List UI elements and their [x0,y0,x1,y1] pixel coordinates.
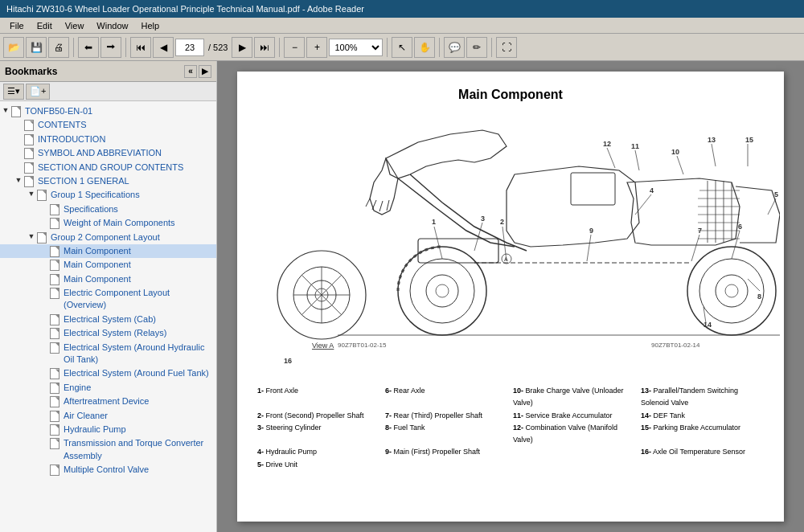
tree-label-electric[interactable]: Electric Component Layout (Overview) [62,287,213,312]
zoom-select[interactable]: 100% 75% 125% 150% Fit Page [329,39,383,56]
svg-line-32 [434,227,442,259]
comment-tool[interactable]: 💬 [444,37,465,58]
menu-help[interactable]: Help [134,19,166,32]
tree-label-group2[interactable]: Group 2 Component Layout [49,231,213,243]
bookmark-list-view[interactable]: ☰▾ [3,84,24,100]
tree-label-engine[interactable]: Engine [62,382,213,394]
tree-label-transmission[interactable]: Transmission and Torque Converter Assemb… [62,437,213,462]
tree-label-elec-relays[interactable]: Electrical System (Relays) [62,327,213,339]
collapse-sidebar-button[interactable]: « [184,65,197,78]
tree-item-elec-hydraulic[interactable]: Electrical System (Around Hydraulic Oil … [0,341,216,367]
doc-icon [50,342,59,354]
svg-text:90Z7BT01-02-14: 90Z7BT01-02-14 [651,342,700,349]
tree-item-weight[interactable]: Weight of Main Components [0,216,216,230]
svg-point-29 [716,275,748,307]
svg-line-48 [587,235,591,261]
next-page-button[interactable]: ▶ [232,37,252,58]
tree-label-contents[interactable]: CONTENTS [36,119,213,131]
legend-text-12: Combination Valve (Manifold Valve) [513,424,617,444]
open-button[interactable]: 📂 [3,37,24,58]
doc-icon [50,218,59,229]
legend-item-2: 2- Front (Second) Propeller Shaft [257,410,380,422]
menu-edit[interactable]: Edit [31,19,59,32]
tree-label-introduction[interactable]: INTRODUCTION [36,133,213,145]
tree-item-tonfb50[interactable]: ▼ TONFB50-EN-01 [0,104,216,118]
bookmark-tree[interactable]: ▼ TONFB50-EN-01 CONTENTS INTRODUCTION [0,101,216,532]
svg-line-44 [691,235,699,261]
menu-window[interactable]: Window [90,19,134,32]
tree-item-specs[interactable]: Specifications [0,203,216,216]
tree-label-tonfb50[interactable]: TONFB50-EN-01 [23,105,213,117]
sidebar: Bookmarks « ▶ ☰▾ 📄+ ▼ TONFB50-EN-01 CONT… [0,61,217,532]
fullscreen-button[interactable]: ⛶ [496,37,517,58]
svg-text:14: 14 [704,321,712,329]
back-button[interactable]: ⬅ [78,37,99,58]
tree-label-hydraulic-pump[interactable]: Hydraulic Pump [62,424,213,436]
tree-item-multiple-control[interactable]: Multiple Control Valve [0,463,216,477]
forward-button[interactable]: ⮕ [100,37,121,58]
tree-label-elec-fuel[interactable]: Electrical System (Around Fuel Tank) [62,367,213,379]
toolbar-sep-5 [439,38,440,57]
tree-item-introduction[interactable]: INTRODUCTION [0,133,216,146]
tree-item-transmission[interactable]: Transmission and Torque Converter Assemb… [0,436,216,463]
tree-item-symbol[interactable]: SYMBOL AND ABBREVIATION [0,146,216,160]
print-button[interactable]: 🖨 [48,37,69,58]
last-page-button[interactable]: ⏭ [254,37,275,58]
zoom-in-button[interactable]: + [306,37,327,58]
svg-text:2: 2 [500,218,504,226]
tree-item-contents[interactable]: CONTENTS [0,118,216,132]
menu-view[interactable]: View [59,19,91,32]
tree-item-main3[interactable]: Main Component [0,272,216,286]
svg-text:9: 9 [589,227,593,235]
hand-tool[interactable]: ✋ [414,37,435,58]
legend-item-12: 12- Combination Valve (Manifold Valve) [513,422,636,447]
bookmark-new[interactable]: 📄+ [26,84,50,100]
tree-item-elec-cab[interactable]: Electrical System (Cab) [0,313,216,326]
tree-item-elec-relays[interactable]: Electrical System (Relays) [0,326,216,340]
tree-item-main1[interactable]: Main Component [0,244,216,258]
tree-item-aftertreatment[interactable]: Aftertreatment Device [0,395,216,408]
tree-label-specs[interactable]: Specifications [62,203,213,215]
tree-label-air-cleaner[interactable]: Air Cleaner [62,410,213,422]
tree-item-engine[interactable]: Engine [0,381,216,395]
menu-file[interactable]: File [3,19,31,32]
doc-icon [50,368,59,379]
tree-item-group2[interactable]: ▼ Group 2 Component Layout [0,231,216,244]
zoom-out-button[interactable]: − [284,37,305,58]
sidebar-header: Bookmarks « ▶ [0,61,216,82]
tree-label-elec-cab[interactable]: Electrical System (Cab) [62,313,213,325]
tree-label-aftertreatment[interactable]: Aftertreatment Device [62,395,213,407]
markup-tool[interactable]: ✏ [466,37,487,58]
doc-icon [50,464,59,476]
svg-text:13: 13 [708,136,716,144]
tree-label-main1[interactable]: Main Component [62,245,213,257]
tree-label-multiple-control[interactable]: Multiple Control Valve [62,464,213,476]
tree-label-section-group[interactable]: SECTION AND GROUP CONTENTS [36,162,213,174]
tree-item-electric[interactable]: Electric Component Layout (Overview) [0,286,216,313]
tree-label-symbol[interactable]: SYMBOL AND ABBREVIATION [36,147,213,159]
doc-icon [37,232,47,243]
doc-icon [37,190,47,201]
tree-item-section-group[interactable]: SECTION AND GROUP CONTENTS [0,161,216,174]
select-tool[interactable]: ↖ [392,37,412,58]
bookmark-toolbar: ☰▾ 📄+ [0,82,216,101]
tree-item-main2[interactable]: Main Component [0,258,216,272]
sidebar-options-button[interactable]: ▶ [199,65,211,78]
tree-item-elec-fuel[interactable]: Electrical System (Around Fuel Tank) [0,366,216,380]
tree-label-group1[interactable]: Group 1 Specifications [49,189,213,201]
first-page-button[interactable]: ⏮ [130,37,151,58]
tree-item-hydraulic-pump[interactable]: Hydraulic Pump [0,423,216,436]
tree-label-elec-hydraulic[interactable]: Electrical System (Around Hydraulic Oil … [62,342,213,366]
tree-label-section1[interactable]: SECTION 1 GENERAL [36,175,213,187]
tree-item-air-cleaner[interactable]: Air Cleaner [0,409,216,423]
doc-icon [50,274,59,285]
prev-page-button[interactable]: ◀ [153,37,174,58]
tree-label-main3[interactable]: Main Component [62,273,213,285]
save-button[interactable]: 💾 [26,37,47,58]
tree-label-weight[interactable]: Weight of Main Components [62,217,213,229]
tree-label-main2[interactable]: Main Component [62,259,213,271]
doc-icon [50,396,59,407]
tree-item-section1[interactable]: ▼ SECTION 1 GENERAL [0,174,216,188]
tree-item-group1[interactable]: ▼ Group 1 Specifications [0,188,216,202]
page-number-input[interactable] [175,39,204,56]
